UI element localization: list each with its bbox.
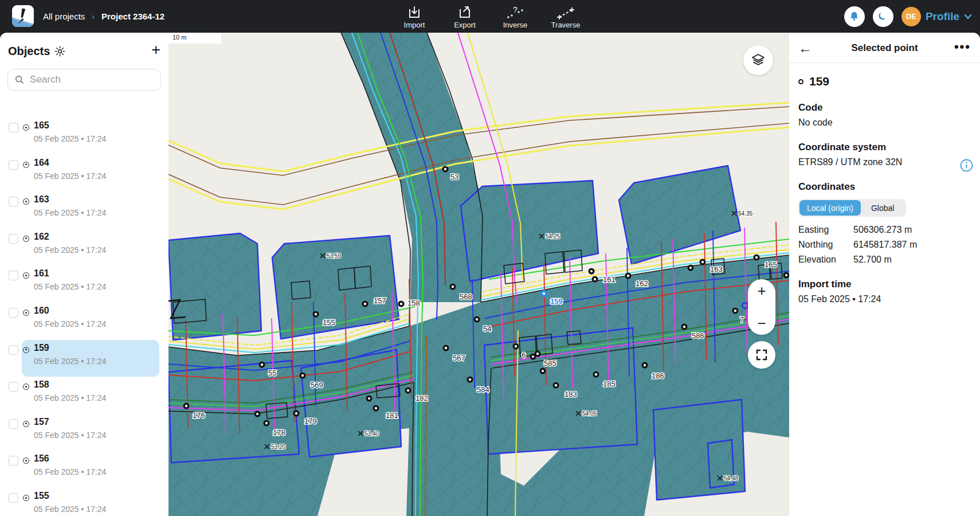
map-point-label-7: 7: [740, 315, 744, 324]
export-button[interactable]: Export: [447, 3, 483, 29]
avatar[interactable]: DE: [901, 7, 921, 26]
map-point-label-55: 55: [268, 369, 276, 377]
coordinate-label: Easting: [798, 225, 853, 235]
elevation-label: 54.25: [546, 233, 560, 240]
list-item-156[interactable]: 15605 Feb 2025 • 17:24: [0, 453, 168, 490]
object-checkbox[interactable]: [9, 345, 18, 355]
breadcrumb-project: Project 2364-12: [101, 11, 164, 21]
elevation-label: 54.48: [724, 475, 738, 482]
coordinate-rows: Easting506306.273 mNorthing6145817.387 m…: [798, 225, 971, 265]
object-checkbox[interactable]: [9, 419, 18, 429]
object-date: 05 Feb 2025 • 17:24: [34, 319, 106, 329]
object-id: 158: [34, 380, 49, 390]
object-date: 05 Feb 2025 • 17:24: [34, 431, 106, 440]
map-point-label-53: 53: [450, 173, 458, 181]
object-date: 05 Feb 2025 • 17:24: [34, 467, 106, 476]
objects-header: Objects +: [8, 43, 160, 59]
breadcrumb-all-projects[interactable]: All projects: [43, 11, 85, 21]
object-date: 05 Feb 2025 • 17:24: [34, 393, 106, 402]
point-type-icon: [23, 162, 29, 168]
elevation-label: 54.05: [582, 411, 597, 417]
traverse-button[interactable]: Traverse: [548, 3, 583, 29]
toggle-global[interactable]: Global: [861, 200, 904, 216]
map-point-label-584: 584: [477, 385, 489, 394]
object-date: 05 Feb 2025 • 17:24: [34, 245, 106, 255]
object-checkbox[interactable]: [9, 271, 18, 280]
map-point-label-159: 159: [550, 297, 563, 306]
moon-icon: [877, 11, 888, 22]
object-date: 05 Feb 2025 • 17:24: [34, 134, 106, 143]
profile-menu[interactable]: DE Profile: [901, 7, 972, 26]
dark-mode-button[interactable]: [873, 6, 893, 27]
search-icon: [15, 75, 24, 85]
list-item-165[interactable]: 16505 Feb 2025 • 17:24: [0, 120, 168, 157]
coordinate-system-info-button[interactable]: [960, 159, 973, 174]
map-point-label-179: 179: [304, 417, 317, 425]
object-checkbox[interactable]: [9, 197, 18, 206]
zoom-out-button[interactable]: −: [748, 316, 775, 331]
panel-body: 159 Code No code Coordinate system ETRS8…: [798, 63, 971, 304]
toggle-local-origin[interactable]: Local (origin): [799, 200, 861, 216]
list-item-164[interactable]: 16405 Feb 2025 • 17:24: [0, 157, 168, 194]
import-icon: [407, 6, 421, 19]
coordinate-row-easting: Easting506306.273 m: [798, 225, 971, 235]
import-button[interactable]: Import: [397, 3, 432, 29]
map-point-label-586: 586: [692, 331, 704, 340]
map-canvas[interactable]: 54.3554.2553.5953.4053.2054.0554.4853555…: [168, 33, 789, 516]
list-item-155[interactable]: 15505 Feb 2025 • 17:24: [0, 490, 168, 516]
point-type-icon: [23, 310, 29, 316]
list-item-partial[interactable]: 05 Feb 2025 • 17:24: [0, 95, 168, 106]
objects-settings-button[interactable]: [54, 46, 65, 57]
fit-extent-button[interactable]: [748, 341, 775, 369]
inverse-button[interactable]: ?Inverse: [497, 3, 533, 29]
app-logo[interactable]: [12, 5, 34, 27]
object-date: 05 Feb 2025 • 17:24: [34, 505, 106, 514]
map-point-label-165: 165: [765, 260, 777, 269]
list-item-158[interactable]: 15805 Feb 2025 • 17:24: [0, 379, 168, 416]
list-item-162[interactable]: 16205 Feb 2025 • 17:24: [0, 231, 168, 268]
add-object-button[interactable]: +: [151, 42, 160, 58]
gear-icon: [54, 46, 65, 57]
object-checkbox[interactable]: [9, 123, 18, 132]
map-point-label-157: 157: [374, 296, 386, 305]
inverse-label: Inverse: [503, 21, 528, 29]
profile-label: Profile: [926, 10, 959, 23]
point-type-icon: [23, 384, 29, 390]
code-value: No code: [798, 118, 971, 128]
import-label: Import: [404, 21, 425, 29]
coordinate-value: 506306.273 m: [853, 225, 912, 235]
object-checkbox[interactable]: [9, 382, 18, 392]
object-checkbox[interactable]: [9, 456, 18, 466]
search-box: [7, 69, 161, 91]
list-item-161[interactable]: 16105 Feb 2025 • 17:24: [0, 268, 168, 304]
coordinate-system-value: ETRS89 / UTM zone 32N: [798, 157, 971, 167]
layers-button[interactable]: [743, 45, 773, 75]
elevation-label: 53.59: [327, 253, 341, 259]
selected-point-panel: ← Selected point ••• 159 Code No code Co…: [789, 33, 980, 516]
coordinate-row-northing: Northing6145817.387 m: [798, 240, 971, 250]
object-date: 05 Feb 2025 • 17:24: [34, 357, 106, 366]
notifications-button[interactable]: [844, 6, 865, 27]
zoom-in-button[interactable]: +: [748, 283, 775, 298]
app-logo-icon: [12, 5, 34, 27]
more-options-button[interactable]: •••: [954, 40, 971, 54]
object-checkbox[interactable]: [9, 234, 18, 244]
list-item-159[interactable]: 15905 Feb 2025 • 17:24: [0, 342, 168, 379]
traverse-label: Traverse: [551, 21, 581, 29]
object-checkbox[interactable]: [9, 493, 18, 503]
object-checkbox[interactable]: [9, 308, 18, 318]
point-id: 159: [809, 75, 829, 88]
search-input[interactable]: [30, 74, 154, 85]
list-item-160[interactable]: 16005 Feb 2025 • 17:24: [0, 305, 168, 342]
export-icon: [458, 6, 472, 19]
list-item-157[interactable]: 15705 Feb 2025 • 17:24: [0, 416, 168, 453]
map-point-label-6: 6: [522, 351, 526, 359]
coordinate-value: 52.700 m: [853, 255, 892, 265]
panel-header: ← Selected point •••: [789, 33, 980, 63]
object-date: 05 Feb 2025 • 17:24: [34, 282, 106, 291]
coordinate-system-section: Coordinate system ETRS89 / UTM zone 32N: [798, 142, 971, 167]
coordinate-system-label: Coordinate system: [798, 142, 971, 153]
object-checkbox[interactable]: [9, 160, 18, 170]
list-item-163[interactable]: 16305 Feb 2025 • 17:24: [0, 194, 168, 230]
point-type-icon: [23, 236, 29, 242]
